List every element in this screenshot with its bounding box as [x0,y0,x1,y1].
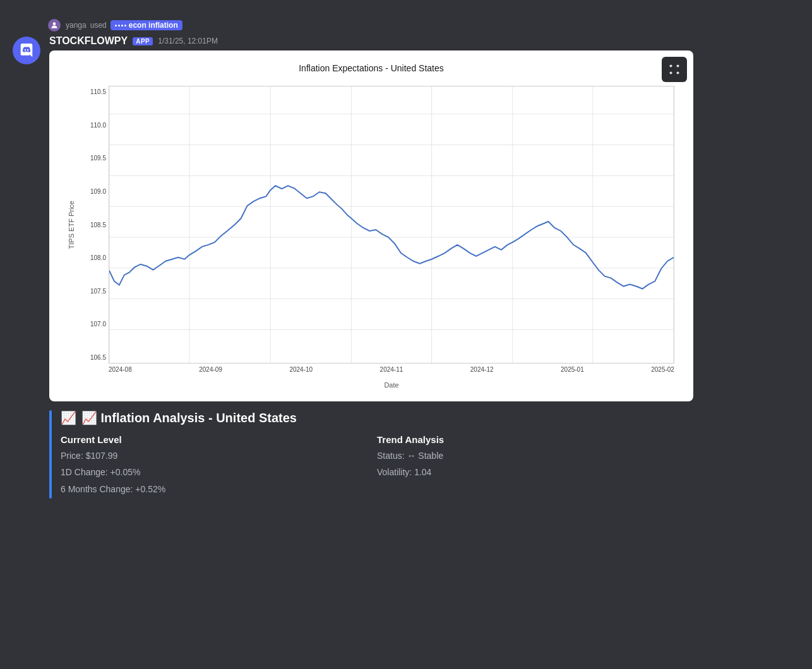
message-row: STOCKFLOWPY APP 1/31/25, 12:01PM Inflati… [13,35,799,499]
used-action: used [90,21,107,30]
app-badge: APP [133,37,153,45]
analysis-title: 📈 📈 Inflation Analysis - United States [61,410,693,425]
price-value: Price: $107.99 [61,449,377,463]
y-tick: 110.5 [81,88,109,95]
chart-embed: Inflation Expectations - United States T… [49,50,693,401]
svg-point-2 [676,64,679,67]
message-header: STOCKFLOWPY APP 1/31/25, 12:01PM [49,35,799,47]
current-level-header: Current Level [61,434,377,445]
y-axis-label: TIPS ETF Price [68,201,75,249]
analysis-section: 📈 📈 Inflation Analysis - United States C… [49,410,693,499]
chart-plot-area [109,86,674,364]
analysis-title-text: 📈 Inflation Analysis - United States [81,410,297,425]
change-1d-value: 1D Change: +0.05% [61,465,377,479]
x-axis-label: Date [109,382,674,389]
y-tick: 109.0 [81,188,109,195]
svg-point-1 [669,64,672,67]
chart-svg [109,86,674,363]
y-tick: 107.0 [81,321,109,328]
x-tick: 2024-11 [380,366,403,373]
svg-point-3 [669,71,672,74]
y-tick: 107.5 [81,288,109,295]
x-tick: 2024-08 [109,366,132,373]
current-level-col: Current Level Price: $107.99 1D Change: … [61,434,377,499]
x-tick: 2024-09 [199,366,222,373]
svg-point-4 [676,71,679,74]
change-6m-value: 6 Months Change: +0.52% [61,482,377,496]
x-tick: 2024-10 [289,366,313,373]
svg-point-0 [53,22,56,25]
y-tick: 109.5 [81,155,109,162]
y-tick: 108.5 [81,222,109,228]
used-command-tag[interactable]: econ inflation [110,20,182,30]
x-tick: 2025-02 [651,366,674,373]
used-line: yanga used econ inflation [48,19,799,32]
x-tick: 2024-12 [470,366,494,373]
left-accent-border [49,410,52,499]
trend-analysis-col: Trend Analysis Status: ↔️ Stable Volatil… [377,434,693,499]
volatility-value: Volatility: 1.04 [377,465,693,479]
y-tick: 108.0 [81,254,109,261]
grid-icon [115,25,126,27]
analysis-grid: Current Level Price: $107.99 1D Change: … [61,434,693,499]
message-body: STOCKFLOWPY APP 1/31/25, 12:01PM Inflati… [49,35,799,499]
message-timestamp: 1/31/25, 12:01PM [158,37,218,45]
bot-username: STOCKFLOWPY [49,35,128,47]
expand-button[interactable] [662,57,687,82]
y-tick: 106.5 [81,354,109,361]
used-username: yanga [66,21,87,30]
status-value: Status: ↔️ Stable [377,449,693,463]
x-tick: 2025-01 [561,366,584,373]
chart-emoji: 📈 [61,410,76,425]
bot-avatar [13,37,40,64]
user-avatar-small [48,19,61,32]
command-label: econ inflation [129,21,178,30]
trend-analysis-header: Trend Analysis [377,434,693,445]
y-ticks: 110.5 110.0 109.5 109.0 108.5 108.0 107.… [81,86,109,364]
chart-container: TIPS ETF Price 110.5 110.0 109.5 109.0 1… [62,80,681,389]
analysis-content: 📈 📈 Inflation Analysis - United States C… [61,410,693,499]
y-tick: 110.0 [81,122,109,129]
chart-title: Inflation Expectations - United States [62,63,681,73]
